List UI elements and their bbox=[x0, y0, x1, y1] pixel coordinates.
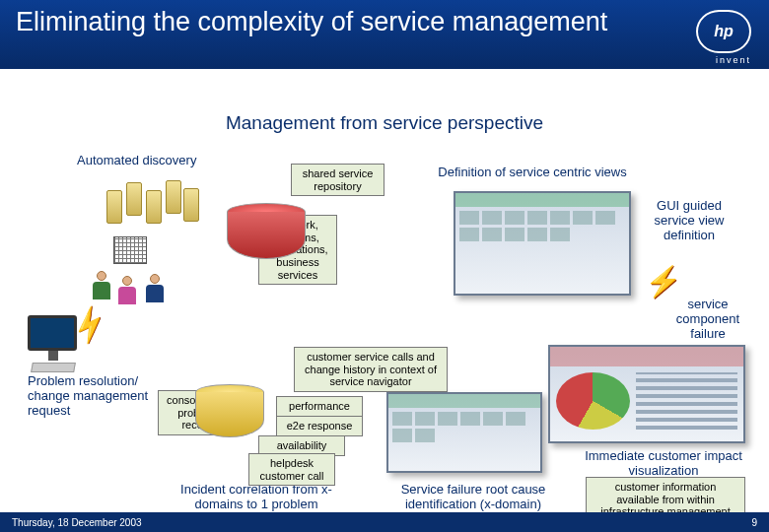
helpdesk-box: helpdesk customer call bbox=[248, 453, 335, 486]
shared-repo-box: shared service repository bbox=[291, 164, 384, 196]
lightning-bolt-icon: ⚡ bbox=[645, 264, 681, 299]
e2e-box: e2e response bbox=[276, 416, 363, 436]
footer: Thursday, 18 December 2003 9 bbox=[0, 512, 769, 532]
calls-box: customer service calls and change histor… bbox=[294, 347, 448, 392]
problem-resolution-label: Problem resolution/ change management re… bbox=[28, 374, 156, 419]
subtitle: Management from service perspective bbox=[0, 112, 769, 134]
page-title: Eliminating the complexity of service ma… bbox=[16, 8, 753, 37]
spreadsheet-grid-icon bbox=[113, 236, 147, 264]
hp-tagline: invent bbox=[716, 55, 751, 65]
service-failure-label: service component failure bbox=[663, 298, 753, 342]
gui-guided-label: GUI guided service view definition bbox=[641, 199, 737, 243]
navigator-screenshot bbox=[386, 392, 542, 473]
service-view-screenshot bbox=[454, 191, 631, 296]
title-bar: Eliminating the complexity of service ma… bbox=[0, 0, 769, 69]
incident-correlation-label: Incident correlation from x-domains to 1… bbox=[158, 483, 355, 512]
footer-date: Thursday, 18 December 2003 bbox=[12, 517, 142, 528]
person-icon bbox=[116, 276, 138, 305]
hp-logo-icon: hp bbox=[696, 10, 751, 53]
footer-page: 9 bbox=[751, 517, 757, 528]
person-icon bbox=[91, 271, 112, 300]
automated-discovery-label: Automated discovery bbox=[77, 154, 196, 168]
impact-visualization-screenshot bbox=[548, 345, 745, 443]
repository-cylinder-icon bbox=[227, 203, 306, 259]
person-icon bbox=[144, 274, 166, 303]
performance-box: performance bbox=[276, 396, 363, 417]
problem-record-cylinder-icon bbox=[195, 384, 264, 437]
immediate-impact-label: Immediate customer impact visualization bbox=[580, 449, 747, 479]
servers-cluster-icon bbox=[106, 180, 195, 230]
root-cause-label: Service failure root cause identificatio… bbox=[375, 483, 572, 512]
definition-views-label: Definition of service centric views bbox=[404, 166, 661, 180]
